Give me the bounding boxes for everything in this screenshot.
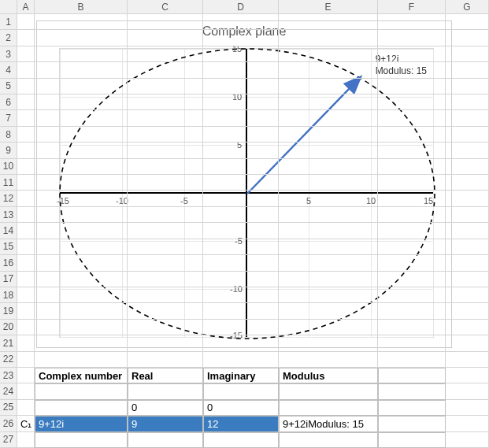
chart-object[interactable]: Complex plane xyxy=(36,20,452,348)
gridline-h xyxy=(17,287,489,287)
table-row25-E[interactable] xyxy=(279,400,378,416)
row-label-c1[interactable]: C₁ xyxy=(17,416,35,431)
gridline-h xyxy=(17,46,489,46)
gridline-h xyxy=(17,222,489,223)
gridline-h xyxy=(17,29,489,30)
table-row27-E[interactable] xyxy=(279,432,378,448)
row-header-7[interactable]: 7 xyxy=(0,110,17,126)
gridline-h xyxy=(17,302,489,303)
row-header-14[interactable]: 14 xyxy=(0,223,17,239)
x-tick: -5 xyxy=(180,196,188,205)
row-header-26[interactable]: 26 xyxy=(0,416,17,431)
row-header-8[interactable]: 8 xyxy=(0,127,17,143)
gridline-h xyxy=(17,271,489,272)
gridline-h xyxy=(17,61,489,62)
table-row27-D[interactable] xyxy=(203,432,279,448)
gridline-h xyxy=(17,109,489,110)
row-header-15[interactable]: 15 xyxy=(0,239,17,255)
gridline-h xyxy=(17,78,489,79)
gridline-h xyxy=(17,319,489,320)
table-row24-B[interactable] xyxy=(35,383,128,399)
row-header-13[interactable]: 13 xyxy=(0,207,17,223)
gridline-h xyxy=(17,94,489,94)
gridline-h xyxy=(17,351,489,352)
column-header-C[interactable]: C xyxy=(128,0,203,14)
row-header-16[interactable]: 16 xyxy=(0,255,17,271)
cell-real-value[interactable]: 9 xyxy=(128,416,203,431)
row-header-2[interactable]: 2 xyxy=(0,30,17,46)
gridline-h xyxy=(17,142,489,143)
table-header-modulus[interactable]: Modulus xyxy=(279,368,378,383)
row-header-1[interactable]: 1 xyxy=(0,14,17,30)
row-header-25[interactable]: 25 xyxy=(0,400,17,416)
row-header-10[interactable]: 10 xyxy=(0,159,17,175)
table-row24-E[interactable] xyxy=(279,383,378,399)
table-header-complex[interactable]: Complex number xyxy=(35,368,128,383)
complex-vector xyxy=(247,78,360,194)
annotation-modulus: Modulus: 15 xyxy=(376,65,427,77)
chart-title: Complex plane xyxy=(37,24,451,39)
table-row27-B[interactable] xyxy=(35,432,128,448)
spreadsheet-canvas: { "columns": ["A","B","C","D","E","F","G… xyxy=(0,0,489,448)
y-tick: -10 xyxy=(230,284,243,294)
table-header-blank-f[interactable] xyxy=(378,368,446,383)
row-header-4[interactable]: 4 xyxy=(0,62,17,78)
row-header-20[interactable]: 20 xyxy=(0,320,17,335)
gridline-h xyxy=(17,206,489,207)
x-tick: 5 xyxy=(306,196,311,205)
table-row25-B[interactable] xyxy=(35,400,128,416)
cell-imag-value[interactable]: 12 xyxy=(203,416,279,431)
gridline-h xyxy=(17,254,489,255)
chart-annotation: 9+12i Modulus: 15 xyxy=(376,54,427,77)
cell-complex-value[interactable]: 9+12i xyxy=(35,416,128,431)
row-header-5[interactable]: 5 xyxy=(0,79,17,94)
gridline-h xyxy=(17,335,489,335)
column-header-F[interactable]: F xyxy=(378,0,446,14)
table-row26-F[interactable] xyxy=(378,416,446,431)
row-header-3[interactable]: 3 xyxy=(0,46,17,62)
table-row24-D[interactable] xyxy=(203,383,279,399)
row-header-21[interactable]: 21 xyxy=(0,335,17,351)
gridline-h xyxy=(17,239,489,239)
table-row27-F[interactable] xyxy=(378,432,446,448)
cell-modulus-value[interactable]: 9+12iModulus: 15 xyxy=(279,416,378,431)
gridline-h xyxy=(17,158,489,159)
row-header-27[interactable]: 27 xyxy=(0,432,17,448)
row-header-17[interactable]: 17 xyxy=(0,272,17,287)
row-header-11[interactable]: 11 xyxy=(0,175,17,191)
row-header-24[interactable]: 24 xyxy=(0,383,17,399)
column-header-A[interactable]: A xyxy=(17,0,35,14)
column-header-B[interactable]: B xyxy=(35,0,128,14)
x-tick: 10 xyxy=(366,196,376,205)
table-row24-F[interactable] xyxy=(378,383,446,399)
column-header-E[interactable]: E xyxy=(279,0,378,14)
gridline-h xyxy=(17,174,489,175)
row-header-22[interactable]: 22 xyxy=(0,352,17,368)
row-header-6[interactable]: 6 xyxy=(0,94,17,110)
table-row24-C[interactable] xyxy=(128,383,203,399)
row-header-18[interactable]: 18 xyxy=(0,287,17,303)
x-tick: -15 xyxy=(57,196,69,205)
row-header-9[interactable]: 9 xyxy=(0,143,17,158)
row-header-19[interactable]: 19 xyxy=(0,303,17,319)
table-row25-C[interactable]: 0 xyxy=(128,400,203,416)
gridline-h xyxy=(17,190,489,191)
x-tick: 15 xyxy=(424,196,433,205)
column-header-D[interactable]: D xyxy=(203,0,279,14)
select-all-corner[interactable] xyxy=(0,0,17,14)
table-row27-C[interactable] xyxy=(128,432,203,448)
gridline-h xyxy=(17,126,489,127)
row-header-12[interactable]: 12 xyxy=(0,191,17,206)
row-header-23[interactable]: 23 xyxy=(0,368,17,383)
column-header-G[interactable]: G xyxy=(446,0,489,14)
annotation-complex: 9+12i xyxy=(376,54,427,65)
table-row25-D[interactable]: 0 xyxy=(203,400,279,416)
table-row25-F[interactable] xyxy=(378,400,446,416)
chart-svg xyxy=(60,49,435,339)
table-header-imaginary[interactable]: Imaginary xyxy=(203,368,279,383)
table-header-real[interactable]: Real xyxy=(128,368,203,383)
